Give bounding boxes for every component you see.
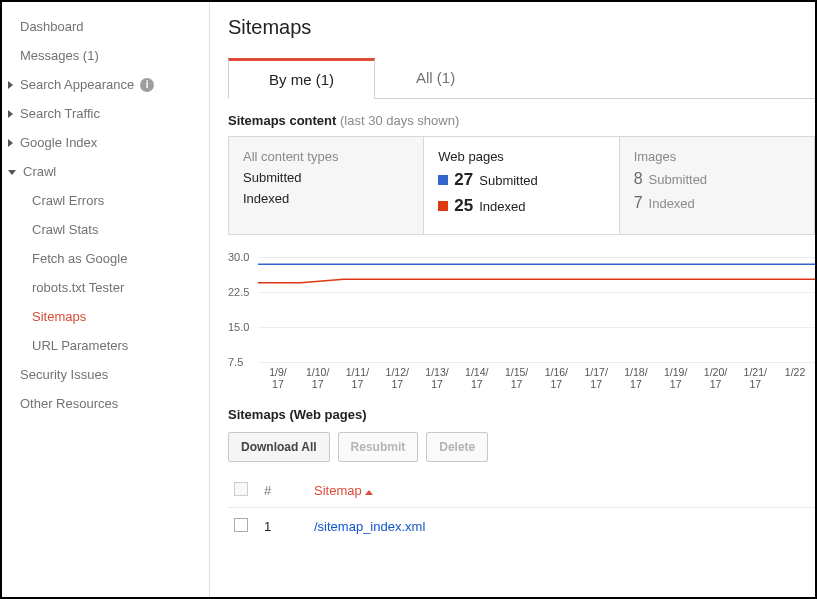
xtick: 1/18/17 [616,367,656,393]
nav-dashboard[interactable]: Dashboard [2,12,209,41]
nav-url-parameters[interactable]: URL Parameters [2,331,209,360]
caret-right-icon [8,110,13,118]
nav-fetch-as-google[interactable]: Fetch as Google [2,244,209,273]
nav-crawl[interactable]: Crawl [2,157,209,186]
chart: 30.0 22.5 15.0 7.5 1/9/171/10/171/11/171… [228,253,815,393]
nav-messages[interactable]: Messages (1) [2,41,209,70]
nav-robots-tester[interactable]: robots.txt Tester [2,273,209,302]
xtick: 1/16/17 [536,367,576,393]
tab-by-me[interactable]: By me (1) [228,58,375,99]
sitemap-link[interactable]: /sitemap_index.xml [314,519,425,534]
sitemaps-content-label: Sitemaps content (last 30 days shown) [228,113,815,128]
nav-crawl-errors[interactable]: Crawl Errors [2,186,209,215]
xtick: 1/15/17 [497,367,537,393]
legend-red-icon [438,201,448,211]
sitemaps-table: # Sitemap 1 /sitemap_index.xml [228,474,815,545]
row-checkbox[interactable] [234,518,248,532]
nav-google-index[interactable]: Google Index [2,128,209,157]
card-web-pages[interactable]: Web pages 27 Submitted 25 Indexed [424,137,619,234]
sitemaps-table-title: Sitemaps (Web pages) [228,407,815,422]
card-images[interactable]: Images 8 Submitted 7 Indexed [620,137,814,234]
nav-search-appearance[interactable]: Search Appearance i [2,70,209,99]
page-title: Sitemaps [228,16,815,39]
card-all-types[interactable]: All content types Submitted Indexed [229,137,424,234]
delete-button[interactable]: Delete [426,432,488,462]
caret-right-icon [8,81,13,89]
sort-asc-icon [365,490,373,495]
xtick: 1/13/17 [417,367,457,393]
xtick: 1/12/17 [377,367,417,393]
xtick: 1/14/17 [457,367,497,393]
download-all-button[interactable]: Download All [228,432,330,462]
xtick: 1/10/17 [298,367,338,393]
main-content: Sitemaps By me (1) All (1) Sitemaps cont… [210,2,815,597]
legend-blue-icon [438,175,448,185]
sidebar: Dashboard Messages (1) Search Appearance… [2,2,210,597]
xtick: 1/9/17 [258,367,298,393]
ytick: 7.5 [228,356,256,368]
nav-search-traffic[interactable]: Search Traffic [2,99,209,128]
xtick: 1/21/17 [735,367,775,393]
select-all-checkbox[interactable] [234,482,248,496]
xtick: 1/22 [775,367,815,393]
xtick: 1/20/17 [696,367,736,393]
caret-down-icon [8,170,16,175]
action-buttons: Download All Resubmit Delete [228,432,815,462]
tabs: By me (1) All (1) [228,57,815,99]
xtick: 1/17/17 [576,367,616,393]
nav-crawl-stats[interactable]: Crawl Stats [2,215,209,244]
ytick: 30.0 [228,251,256,263]
plot-area [258,253,815,365]
resubmit-button[interactable]: Resubmit [338,432,419,462]
ytick: 22.5 [228,286,256,298]
nav-sitemaps[interactable]: Sitemaps [2,302,209,331]
col-sitemap[interactable]: Sitemap [308,474,815,508]
xtick: 1/11/17 [338,367,378,393]
xticks: 1/9/171/10/171/11/171/12/171/13/171/14/1… [258,367,815,393]
info-icon: i [140,78,154,92]
table-row: 1 /sitemap_index.xml [228,508,815,546]
nav-other-resources[interactable]: Other Resources [2,389,209,418]
ytick: 15.0 [228,321,256,333]
col-number[interactable]: # [258,474,308,508]
tab-all[interactable]: All (1) [375,58,496,99]
xtick: 1/19/17 [656,367,696,393]
caret-right-icon [8,139,13,147]
nav-security-issues[interactable]: Security Issues [2,360,209,389]
content-cards: All content types Submitted Indexed Web … [228,136,815,235]
